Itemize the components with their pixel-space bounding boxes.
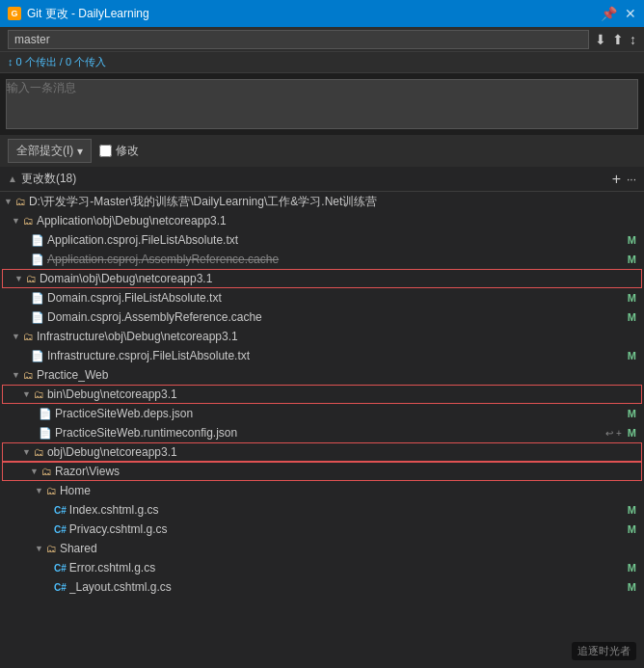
folder-icon: 🗂 — [46, 485, 57, 496]
commit-all-label: 全部提交(I) — [16, 143, 73, 159]
file-icon: 📄 — [31, 254, 44, 266]
file-status: M — [628, 292, 636, 304]
tree-row[interactable]: 📄 Domain.csproj.AssemblyReference.cacheM — [0, 307, 644, 327]
file-status: M — [628, 562, 636, 574]
folder-expand-icon[interactable]: ▼ — [22, 389, 31, 399]
title-bar-right[interactable]: 📌 ✕ — [601, 6, 636, 21]
item-label: Infrastructure\obj\Debug\netcoreapp3.1 — [37, 330, 636, 343]
file-icon: 📄 — [31, 234, 44, 247]
folder-expand-icon[interactable]: ▼ — [12, 332, 20, 341]
tree-row[interactable]: ▼ 🗂 Application\obj\Debug\netcoreapp3.1 — [0, 211, 644, 230]
item-label: _Layout.cshtml.g.cs — [69, 580, 624, 594]
tree-row[interactable]: ▼ 🗂 Domain\obj\Debug\netcoreapp3.1 — [2, 269, 642, 288]
csfile-icon: C# — [54, 505, 67, 516]
file-status: M — [628, 504, 636, 516]
commit-dropdown-arrow[interactable]: ▾ — [77, 145, 83, 158]
folder-icon: 🗂 — [46, 543, 57, 554]
tree-row[interactable]: 📄 Application.csproj.FileListAbsolute.tx… — [0, 230, 644, 250]
commit-message-input[interactable] — [7, 80, 637, 128]
tree-row[interactable]: C# _Layout.cshtml.g.csM — [0, 577, 644, 597]
tree-row[interactable]: C# Index.cshtml.g.csM — [0, 500, 644, 520]
folder-icon: 🗂 — [34, 388, 44, 400]
folder-icon: 🗂 — [34, 446, 44, 458]
item-label: Infrastructure.csproj.FileListAbsolute.t… — [47, 349, 624, 362]
folder-icon: 🗂 — [41, 466, 52, 477]
item-label: Shared — [60, 542, 636, 555]
changes-actions: + ··· — [612, 171, 636, 188]
pin-button[interactable]: 📌 — [601, 6, 617, 21]
watermark: 追逐时光者 — [572, 642, 636, 660]
add-all-icon[interactable]: + — [612, 171, 621, 188]
window-title: Git 更改 - DailyLearning — [27, 6, 149, 22]
tree-row[interactable]: ▼ 🗂 bin\Debug\netcoreapp3.1 — [2, 385, 642, 404]
message-input-container — [6, 79, 638, 129]
file-status: M — [628, 408, 636, 419]
item-label: bin\Debug\netcoreapp3.1 — [47, 387, 633, 401]
folder-icon: 🗂 — [15, 196, 26, 207]
file-icon: 📄 — [39, 427, 52, 440]
file-status: M — [628, 254, 636, 265]
item-label: Index.cshtml.g.cs — [69, 503, 624, 517]
branch-select[interactable]: master — [8, 30, 589, 49]
tree-row[interactable]: ▼ 🗂 Razor\Views — [2, 462, 642, 481]
fetch-icon[interactable]: ⬇ — [595, 32, 606, 47]
push-icon[interactable]: ⬆ — [612, 32, 624, 47]
file-icon: 📄 — [31, 311, 44, 324]
branch-icons: ⬇ ⬆ ↕ — [595, 32, 636, 47]
tree-row[interactable]: ▼ 🗂 Home — [0, 481, 644, 500]
tree-row[interactable]: ▼ 🗂 obj\Debug\netcoreapp3.1 — [2, 442, 642, 462]
tree-row[interactable]: 📄 Infrastructure.csproj.FileListAbsolute… — [0, 346, 644, 365]
tree-row[interactable]: C# Error.cshtml.g.csM — [0, 558, 644, 577]
amend-label[interactable]: 修改 — [99, 143, 139, 159]
branch-row: master ⬇ ⬆ ↕ — [0, 27, 644, 52]
csfile-icon: C# — [54, 563, 67, 574]
file-icon: 📄 — [31, 292, 44, 305]
folder-expand-icon[interactable]: ▼ — [35, 544, 43, 553]
changes-header: ▲ 更改数(18) + ··· — [0, 167, 644, 192]
tree-row[interactable]: C# Privacy.cshtml.g.csM — [0, 520, 644, 539]
csfile-icon: C# — [54, 524, 67, 535]
item-label: D:\开发学习-Master\我的训练营\DailyLearning\工作&学习… — [29, 194, 636, 210]
tree-row[interactable]: 📄 Application.csproj.AssemblyReference.c… — [0, 250, 644, 269]
tree-row[interactable]: ▼ 🗂 Infrastructure\obj\Debug\netcoreapp3… — [0, 327, 644, 346]
item-label: Practice_Web — [37, 368, 636, 382]
amend-text: 修改 — [116, 143, 139, 159]
title-bar: G Git 更改 - DailyLearning 📌 ✕ — [0, 0, 644, 27]
file-icon: 📄 — [39, 408, 52, 420]
item-label: Application.csproj.FileListAbsolute.txt — [47, 233, 624, 247]
tree-scroll-area[interactable]: ▼ 🗂 D:\开发学习-Master\我的训练营\DailyLearning\工… — [0, 192, 644, 668]
folder-expand-icon[interactable]: ▼ — [4, 197, 13, 206]
folder-expand-icon[interactable]: ▼ — [22, 447, 31, 457]
item-label: obj\Debug\netcoreapp3.1 — [47, 445, 633, 459]
tree-row[interactable]: ▼ 🗂 Shared — [0, 539, 644, 558]
file-status: M — [628, 427, 636, 439]
sync-icon[interactable]: ↕ — [630, 32, 636, 47]
tree-row[interactable]: 📄 PracticeSiteWeb.runtimeconfig.json↩ +M — [0, 423, 644, 442]
folder-expand-icon[interactable]: ▼ — [35, 486, 43, 495]
file-status: M — [628, 581, 636, 593]
folder-expand-icon[interactable]: ▼ — [12, 370, 20, 380]
tree-row[interactable]: ▼ 🗂 Practice_Web — [0, 365, 644, 385]
item-label: Application.csproj.AssemblyReference.cac… — [47, 253, 624, 266]
file-status: M — [628, 311, 636, 323]
tree-area: ▼ 🗂 D:\开发学习-Master\我的训练营\DailyLearning\工… — [0, 192, 644, 668]
commit-row: 全部提交(I) ▾ 修改 — [0, 135, 644, 167]
item-label: Error.cshtml.g.cs — [69, 561, 624, 574]
close-button[interactable]: ✕ — [625, 6, 636, 21]
amend-checkbox[interactable] — [99, 145, 112, 157]
tree-row[interactable]: 📄 PracticeSiteWeb.deps.jsonM — [0, 404, 644, 423]
tree-row[interactable]: 📄 Domain.csproj.FileListAbsolute.txtM — [0, 288, 644, 307]
folder-expand-icon[interactable]: ▼ — [14, 274, 23, 283]
item-label: Home — [60, 484, 636, 497]
csfile-icon: C# — [54, 582, 67, 593]
more-actions-icon[interactable]: ··· — [627, 173, 636, 186]
item-label: PracticeSiteWeb.deps.json — [55, 407, 624, 420]
folder-expand-icon[interactable]: ▼ — [30, 467, 39, 476]
item-label: Application\obj\Debug\netcoreapp3.1 — [37, 214, 636, 227]
tree-row[interactable]: ▼ 🗂 D:\开发学习-Master\我的训练营\DailyLearning\工… — [0, 192, 644, 211]
file-status: M — [628, 234, 636, 246]
changes-expand-icon[interactable]: ▲ — [8, 174, 17, 184]
folder-expand-icon[interactable]: ▼ — [12, 216, 20, 226]
git-icon: G — [8, 7, 21, 20]
commit-all-button[interactable]: 全部提交(I) ▾ — [8, 139, 92, 163]
